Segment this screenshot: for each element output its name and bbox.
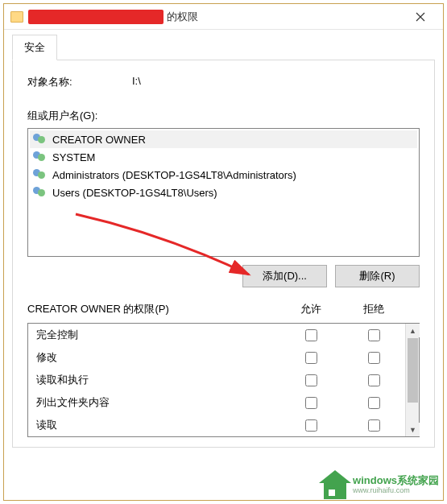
users-listbox[interactable]: CREATOR OWNER SYSTEM Administrators (DES…	[27, 128, 420, 257]
permissions-header: CREATOR OWNER 的权限(P) 允许 拒绝	[27, 302, 420, 316]
redacted-name	[28, 10, 163, 24]
allow-checkbox[interactable]	[305, 329, 317, 341]
perm-name: 修改	[36, 350, 279, 365]
perm-row: 读取	[28, 414, 405, 436]
allow-checkbox[interactable]	[305, 397, 317, 409]
perm-name: 列出文件夹内容	[36, 395, 279, 410]
object-name-row: 对象名称: I:\	[27, 75, 420, 89]
list-item-text: Administrators (DESKTOP-1GS4LT8\Administ…	[52, 169, 296, 181]
allow-checkbox[interactable]	[305, 374, 317, 386]
perm-name: 读取	[36, 418, 279, 432]
close-button[interactable]	[404, 5, 437, 29]
users-icon	[33, 168, 48, 181]
perm-name: 完全控制	[36, 328, 279, 342]
deny-checkbox[interactable]	[368, 419, 380, 432]
watermark-sub: www.ruihaifu.com	[353, 486, 439, 494]
list-item[interactable]: SYSTEM	[30, 148, 417, 166]
list-item[interactable]: Administrators (DESKTOP-1GS4LT8\Administ…	[30, 166, 417, 184]
deny-checkbox[interactable]	[368, 329, 380, 341]
list-item-text: Users (DESKTOP-1GS4LT8\Users)	[52, 187, 217, 199]
scroll-up-icon[interactable]: ▲	[406, 324, 420, 337]
perm-row: 读取和执行	[28, 369, 405, 391]
list-item[interactable]: Users (DESKTOP-1GS4LT8\Users)	[30, 184, 417, 201]
watermark: windows系统家园 www.ruihaifu.com	[319, 470, 439, 499]
list-item-text: SYSTEM	[52, 151, 95, 163]
perm-name: 读取和执行	[36, 373, 279, 387]
tab-row: 安全	[12, 35, 435, 60]
col-allow: 允许	[279, 302, 342, 316]
title-suffix: 的权限	[167, 10, 198, 24]
folder-icon	[10, 11, 23, 23]
permissions-box: 完全控制 修改 读取和执行 列出文件夹内	[27, 323, 420, 437]
permissions-list: 完全控制 修改 读取和执行 列出文件夹内	[28, 324, 405, 436]
object-name-value: I:\	[132, 75, 141, 89]
house-icon	[319, 470, 351, 499]
titlebar: 的权限	[4, 4, 443, 30]
perm-row: 完全控制	[28, 324, 405, 346]
add-button[interactable]: 添加(D)...	[242, 265, 327, 287]
deny-checkbox[interactable]	[368, 397, 380, 409]
allow-checkbox[interactable]	[305, 419, 317, 432]
allow-checkbox[interactable]	[305, 352, 317, 364]
close-icon	[416, 12, 425, 22]
users-icon	[33, 151, 48, 163]
remove-button[interactable]: 删除(R)	[335, 265, 420, 287]
groups-label: 组或用户名(G):	[27, 109, 420, 123]
scroll-thumb[interactable]	[408, 338, 418, 403]
col-deny: 拒绝	[342, 302, 405, 316]
tab-body: 对象名称: I:\ 组或用户名(G): CREATOR OWNER SYSTEM…	[12, 60, 435, 448]
scroll-down-icon[interactable]: ▼	[406, 423, 420, 436]
dialog-content: 安全 对象名称: I:\ 组或用户名(G): CREATOR OWNER SYS…	[4, 30, 443, 456]
perm-row: 修改	[28, 346, 405, 369]
list-item[interactable]: CREATOR OWNER	[30, 130, 417, 148]
list-item-text: CREATOR OWNER	[52, 134, 146, 146]
deny-checkbox[interactable]	[368, 374, 380, 386]
scrollbar[interactable]: ▲ ▼	[405, 324, 419, 436]
users-icon	[33, 133, 48, 146]
tab-security[interactable]: 安全	[12, 35, 57, 60]
deny-checkbox[interactable]	[368, 352, 380, 364]
permissions-dialog: 的权限 安全 对象名称: I:\ 组或用户名(G): CREATOR OWNER	[3, 3, 444, 501]
perm-row: 列出文件夹内容	[28, 391, 405, 414]
users-icon	[33, 186, 48, 199]
object-name-label: 对象名称:	[27, 75, 132, 89]
button-row: 添加(D)... 删除(R)	[27, 265, 420, 287]
perm-title: CREATOR OWNER 的权限(P)	[27, 302, 279, 316]
watermark-text: windows系统家园	[353, 475, 439, 486]
